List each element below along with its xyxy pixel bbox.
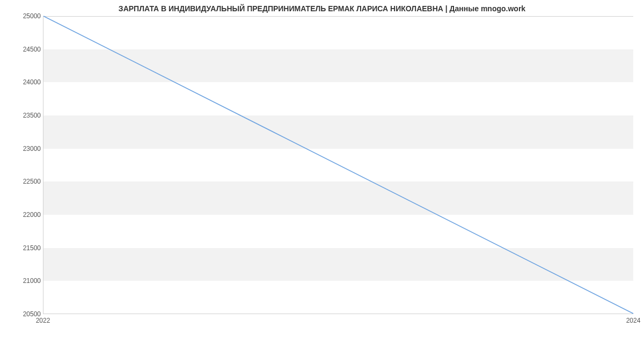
y-tick-label: 25000 (3, 12, 41, 20)
chart-title: ЗАРПЛАТА В ИНДИВИДУАЛЬНЫЙ ПРЕДПРИНИМАТЕЛ… (0, 4, 644, 13)
y-tick-label: 24500 (3, 46, 41, 53)
y-tick-label: 23500 (3, 112, 41, 119)
plot-area (43, 16, 633, 314)
y-tick-label: 23000 (3, 145, 41, 152)
y-tick-label: 24000 (3, 78, 41, 86)
y-tick-label: 21500 (3, 244, 41, 252)
x-tick-label: 2022 (36, 317, 50, 324)
y-tick-label: 20500 (3, 310, 41, 318)
x-tick-label: 2024 (626, 317, 641, 324)
series-line (43, 16, 633, 314)
chart-container: ЗАРПЛАТА В ИНДИВИДУАЛЬНЫЙ ПРЕДПРИНИМАТЕЛ… (0, 0, 644, 333)
y-tick-label: 22500 (3, 178, 41, 185)
y-tick-label: 22000 (3, 211, 41, 219)
line-series-layer (43, 16, 633, 314)
y-tick-label: 21000 (3, 277, 41, 285)
